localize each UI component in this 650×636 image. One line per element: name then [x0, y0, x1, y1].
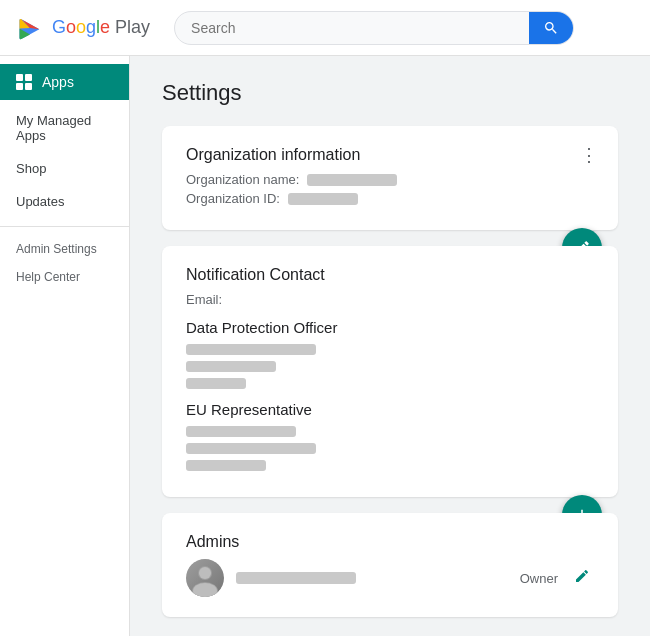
- play-store-logo-icon: [16, 14, 44, 42]
- owner-label: Owner: [520, 571, 558, 586]
- sidebar-item-updates[interactable]: Updates: [0, 185, 129, 218]
- org-name-value: [307, 174, 397, 186]
- org-id-row: Organization ID:: [186, 191, 594, 206]
- sidebar-apps-label: Apps: [42, 74, 74, 90]
- org-id-value: [288, 193, 358, 205]
- org-name-row: Organization name:: [186, 172, 594, 187]
- dpo-line-2: [186, 361, 276, 372]
- page-title: Settings: [162, 80, 618, 106]
- apps-grid-icon: [16, 74, 32, 90]
- org-name-label: Organization name:: [186, 172, 299, 187]
- eu-rep-title: EU Representative: [186, 401, 594, 418]
- email-label: Email:: [186, 292, 594, 307]
- avatar-placeholder: [186, 559, 224, 597]
- org-info-title: Organization information: [186, 146, 594, 164]
- search-icon: [543, 20, 559, 36]
- eu-line-2: [186, 443, 316, 454]
- org-id-label: Organization ID:: [186, 191, 280, 206]
- admins-card-wrapper: Admins: [162, 513, 618, 617]
- admin-name-block: [236, 572, 508, 584]
- logo-text: Google Play: [52, 17, 150, 38]
- org-info-card: Organization information Organization na…: [162, 126, 618, 230]
- dpo-line-3: [186, 378, 246, 389]
- admin-name-redacted: [236, 572, 356, 584]
- avatar-image: [186, 559, 224, 597]
- search-input[interactable]: [175, 12, 529, 44]
- notification-card: Notification Contact Email: Data Protect…: [162, 246, 618, 497]
- more-options-button[interactable]: ⋮: [576, 142, 602, 168]
- avatar: [186, 559, 224, 597]
- eu-line-3: [186, 460, 266, 471]
- svg-point-2: [199, 567, 211, 579]
- layout: Apps My Managed Apps Shop Updates Admin …: [0, 56, 650, 636]
- sidebar-item-my-managed-apps[interactable]: My Managed Apps: [0, 104, 129, 152]
- sidebar: Apps My Managed Apps Shop Updates Admin …: [0, 56, 130, 636]
- sidebar-divider: [0, 226, 129, 227]
- admins-card: Admins: [162, 513, 618, 617]
- header: Google Play: [0, 0, 650, 56]
- edit-admin-button[interactable]: [570, 564, 594, 592]
- sidebar-item-admin-settings[interactable]: Admin Settings: [0, 235, 129, 263]
- notification-card-wrapper: Notification Contact Email: Data Protect…: [162, 246, 618, 497]
- logo: Google Play: [16, 14, 150, 42]
- dpo-title: Data Protection Officer: [186, 319, 594, 336]
- sidebar-item-help-center[interactable]: Help Center: [0, 263, 129, 291]
- dpo-line-1: [186, 344, 316, 355]
- search-button[interactable]: [529, 12, 573, 44]
- search-bar: [174, 11, 574, 45]
- eu-line-1: [186, 426, 296, 437]
- main-content: Settings Organization information Organi…: [130, 56, 650, 636]
- sidebar-item-apps[interactable]: Apps: [0, 64, 129, 100]
- edit-admin-icon: [574, 568, 590, 584]
- notification-title: Notification Contact: [186, 266, 594, 284]
- admin-row: Owner: [186, 559, 594, 597]
- sidebar-item-shop[interactable]: Shop: [0, 152, 129, 185]
- admins-title: Admins: [186, 533, 594, 551]
